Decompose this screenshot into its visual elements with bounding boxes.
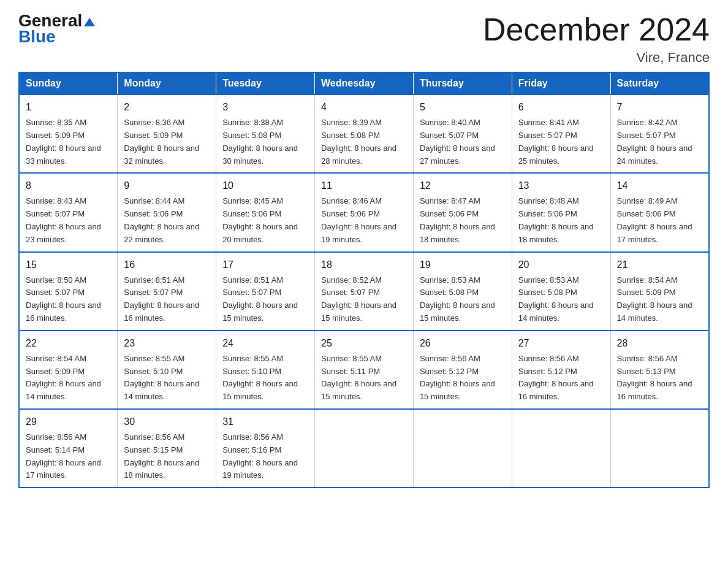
- day-info: Sunrise: 8:56 AMSunset: 5:14 PMDaylight:…: [26, 431, 111, 482]
- day-info: Sunrise: 8:45 AMSunset: 5:06 PMDaylight:…: [222, 195, 308, 246]
- calendar-cell: 16Sunrise: 8:51 AMSunset: 5:07 PMDayligh…: [118, 252, 216, 331]
- day-info: Sunrise: 8:54 AMSunset: 5:09 PMDaylight:…: [617, 274, 702, 325]
- day-number: 23: [124, 336, 210, 351]
- calendar-cell: 21Sunrise: 8:54 AMSunset: 5:09 PMDayligh…: [610, 252, 709, 331]
- day-info: Sunrise: 8:56 AMSunset: 5:12 PMDaylight:…: [518, 353, 604, 404]
- day-info: Sunrise: 8:54 AMSunset: 5:09 PMDaylight:…: [26, 353, 111, 404]
- calendar-cell: 3Sunrise: 8:38 AMSunset: 5:08 PMDaylight…: [216, 94, 315, 173]
- day-info: Sunrise: 8:41 AMSunset: 5:07 PMDaylight:…: [518, 117, 604, 167]
- calendar-week-row: 15Sunrise: 8:50 AMSunset: 5:07 PMDayligh…: [19, 252, 709, 331]
- calendar-cell: 5Sunrise: 8:40 AMSunset: 5:07 PMDaylight…: [413, 94, 512, 173]
- day-info: Sunrise: 8:53 AMSunset: 5:08 PMDaylight:…: [518, 274, 604, 325]
- day-info: Sunrise: 8:47 AMSunset: 5:06 PMDaylight:…: [420, 195, 506, 246]
- day-info: Sunrise: 8:35 AMSunset: 5:09 PMDaylight:…: [26, 117, 111, 167]
- day-number: 29: [26, 415, 111, 429]
- calendar-cell: 14Sunrise: 8:49 AMSunset: 5:06 PMDayligh…: [610, 173, 709, 251]
- calendar-cell: 28Sunrise: 8:56 AMSunset: 5:13 PMDayligh…: [610, 331, 709, 409]
- day-number: 7: [617, 100, 702, 115]
- calendar-cell: 8Sunrise: 8:43 AMSunset: 5:07 PMDaylight…: [19, 173, 118, 251]
- day-number: 19: [420, 258, 506, 272]
- calendar-week-row: 29Sunrise: 8:56 AMSunset: 5:14 PMDayligh…: [19, 409, 709, 488]
- day-info: Sunrise: 8:50 AMSunset: 5:07 PMDaylight:…: [26, 274, 111, 325]
- calendar-cell: 15Sunrise: 8:50 AMSunset: 5:07 PMDayligh…: [19, 252, 118, 331]
- logo: General Blue: [18, 12, 95, 47]
- day-number: 27: [518, 336, 604, 351]
- calendar-cell: 13Sunrise: 8:48 AMSunset: 5:06 PMDayligh…: [512, 173, 610, 251]
- day-number: 25: [321, 336, 407, 351]
- calendar-cell: 31Sunrise: 8:56 AMSunset: 5:16 PMDayligh…: [216, 409, 315, 488]
- day-info: Sunrise: 8:56 AMSunset: 5:12 PMDaylight:…: [420, 353, 506, 404]
- calendar-cell: 11Sunrise: 8:46 AMSunset: 5:06 PMDayligh…: [315, 173, 414, 251]
- calendar-cell: 19Sunrise: 8:53 AMSunset: 5:08 PMDayligh…: [413, 252, 512, 331]
- day-number: 30: [124, 415, 210, 429]
- calendar-cell: 23Sunrise: 8:55 AMSunset: 5:10 PMDayligh…: [118, 331, 216, 409]
- day-info: Sunrise: 8:36 AMSunset: 5:09 PMDaylight:…: [124, 117, 210, 167]
- day-info: Sunrise: 8:46 AMSunset: 5:06 PMDaylight:…: [321, 195, 407, 246]
- calendar-cell: [610, 409, 709, 488]
- day-number: 3: [222, 100, 308, 115]
- calendar-cell: 30Sunrise: 8:56 AMSunset: 5:15 PMDayligh…: [118, 409, 216, 488]
- column-header-tuesday: Tuesday: [216, 72, 315, 94]
- day-info: Sunrise: 8:56 AMSunset: 5:15 PMDaylight:…: [124, 431, 210, 482]
- day-info: Sunrise: 8:42 AMSunset: 5:07 PMDaylight:…: [617, 117, 702, 167]
- day-number: 15: [26, 258, 111, 272]
- day-info: Sunrise: 8:51 AMSunset: 5:07 PMDaylight:…: [222, 274, 308, 325]
- day-info: Sunrise: 8:39 AMSunset: 5:08 PMDaylight:…: [321, 117, 407, 167]
- day-info: Sunrise: 8:55 AMSunset: 5:11 PMDaylight:…: [321, 353, 407, 404]
- column-header-monday: Monday: [118, 72, 216, 94]
- day-number: 8: [26, 178, 111, 193]
- calendar-cell: 9Sunrise: 8:44 AMSunset: 5:06 PMDaylight…: [118, 173, 216, 251]
- day-number: 28: [617, 336, 702, 351]
- calendar-week-row: 1Sunrise: 8:35 AMSunset: 5:09 PMDaylight…: [19, 94, 709, 173]
- calendar-cell: 10Sunrise: 8:45 AMSunset: 5:06 PMDayligh…: [216, 173, 315, 251]
- day-info: Sunrise: 8:44 AMSunset: 5:06 PMDaylight:…: [124, 195, 210, 246]
- day-number: 18: [321, 258, 407, 272]
- logo-blue: Blue: [18, 27, 56, 47]
- calendar-table: SundayMondayTuesdayWednesdayThursdayFrid…: [18, 72, 710, 488]
- day-number: 12: [420, 178, 506, 193]
- column-header-thursday: Thursday: [413, 72, 512, 94]
- column-header-friday: Friday: [512, 72, 610, 94]
- day-number: 5: [420, 100, 506, 115]
- day-number: 2: [124, 100, 210, 115]
- day-number: 9: [124, 178, 210, 193]
- calendar-cell: 24Sunrise: 8:55 AMSunset: 5:10 PMDayligh…: [216, 331, 315, 409]
- day-info: Sunrise: 8:38 AMSunset: 5:08 PMDaylight:…: [222, 117, 308, 167]
- day-info: Sunrise: 8:51 AMSunset: 5:07 PMDaylight:…: [124, 274, 210, 325]
- day-number: 31: [222, 415, 308, 429]
- day-number: 26: [420, 336, 506, 351]
- calendar-cell: 6Sunrise: 8:41 AMSunset: 5:07 PMDaylight…: [512, 94, 610, 173]
- calendar-cell: 26Sunrise: 8:56 AMSunset: 5:12 PMDayligh…: [413, 331, 512, 409]
- calendar-cell: [512, 409, 610, 488]
- calendar-cell: 17Sunrise: 8:51 AMSunset: 5:07 PMDayligh…: [216, 252, 315, 331]
- day-number: 16: [124, 258, 210, 272]
- day-number: 11: [321, 178, 407, 193]
- day-number: 17: [222, 258, 308, 272]
- column-header-saturday: Saturday: [610, 72, 709, 94]
- column-header-wednesday: Wednesday: [315, 72, 414, 94]
- page-header: General Blue December 2024 Vire, France: [18, 12, 710, 66]
- day-number: 4: [321, 100, 407, 115]
- calendar-cell: 4Sunrise: 8:39 AMSunset: 5:08 PMDaylight…: [315, 94, 414, 173]
- calendar-cell: 29Sunrise: 8:56 AMSunset: 5:14 PMDayligh…: [19, 409, 118, 488]
- calendar-cell: 22Sunrise: 8:54 AMSunset: 5:09 PMDayligh…: [19, 331, 118, 409]
- calendar-cell: [315, 409, 414, 488]
- day-number: 6: [518, 100, 604, 115]
- column-header-sunday: Sunday: [19, 72, 118, 94]
- day-number: 13: [518, 178, 604, 193]
- day-info: Sunrise: 8:48 AMSunset: 5:06 PMDaylight:…: [518, 195, 604, 246]
- day-number: 24: [222, 336, 308, 351]
- day-number: 22: [26, 336, 111, 351]
- day-number: 20: [518, 258, 604, 272]
- day-number: 1: [26, 100, 111, 115]
- calendar-cell: 18Sunrise: 8:52 AMSunset: 5:07 PMDayligh…: [315, 252, 414, 331]
- calendar-week-row: 8Sunrise: 8:43 AMSunset: 5:07 PMDaylight…: [19, 173, 709, 251]
- day-info: Sunrise: 8:53 AMSunset: 5:08 PMDaylight:…: [420, 274, 506, 325]
- calendar-cell: 1Sunrise: 8:35 AMSunset: 5:09 PMDaylight…: [19, 94, 118, 173]
- day-number: 10: [222, 178, 308, 193]
- calendar-cell: 12Sunrise: 8:47 AMSunset: 5:06 PMDayligh…: [413, 173, 512, 251]
- day-info: Sunrise: 8:52 AMSunset: 5:07 PMDaylight:…: [321, 274, 407, 325]
- title-section: December 2024 Vire, France: [483, 12, 710, 66]
- calendar-cell: 25Sunrise: 8:55 AMSunset: 5:11 PMDayligh…: [315, 331, 414, 409]
- day-number: 14: [617, 178, 702, 193]
